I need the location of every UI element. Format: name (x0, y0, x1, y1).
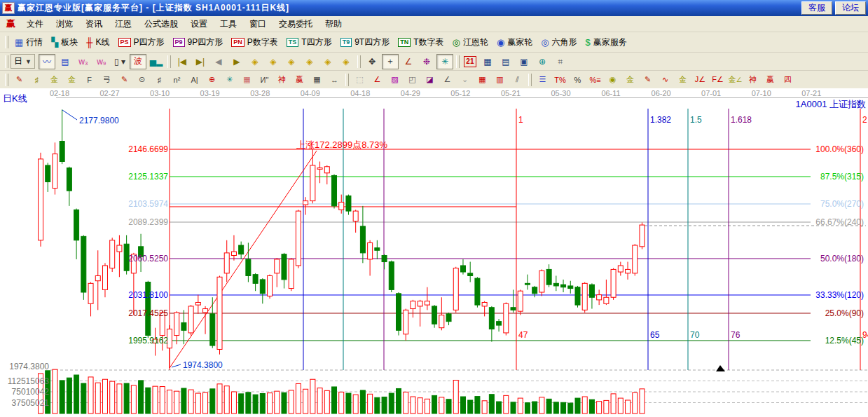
draw-cycle-clock[interactable]: ⊙ (134, 73, 150, 87)
draw-rect-box[interactable]: ⬚ (352, 73, 368, 87)
draw-corner-box[interactable]: ◰ (404, 73, 420, 87)
draw-ying[interactable]: 赢 (291, 73, 308, 87)
draw-bow-lines[interactable]: 弓 (99, 73, 115, 87)
angle-measure-tool[interactable]: ∠ (400, 54, 417, 69)
tool-waves[interactable]: ∿ (657, 73, 673, 87)
tool-ying-angle[interactable]: 赢 (762, 73, 778, 87)
network-time[interactable]: ⊕ (534, 54, 551, 69)
pan-tool[interactable]: ✥ (364, 54, 380, 69)
draw-knife[interactable]: ✎ (11, 73, 27, 87)
wave-3[interactable]: w₃ (75, 54, 92, 69)
customer-service-button[interactable]: 客服 (801, 1, 832, 15)
draw-n-quote[interactable]: И" (256, 73, 273, 87)
tool-f-angle[interactable]: F∠ (710, 73, 726, 87)
draw-dense-grid[interactable]: ▦ (309, 73, 325, 87)
draw-f-lines[interactable]: F (81, 73, 97, 87)
draw-red-grid-1[interactable]: ▦ (474, 73, 490, 87)
draw-grid-box[interactable]: ▦ (239, 73, 255, 87)
menu-item-trade-entrust[interactable]: 交易委托 (273, 17, 319, 32)
draw-fill-box[interactable]: ◪ (422, 73, 438, 87)
menu-item-news[interactable]: 资讯 (79, 17, 109, 32)
tool-shen-angle[interactable]: 神 (745, 73, 761, 87)
toolbar-button-gann-wheel[interactable]: ◎江恩轮 (448, 35, 492, 50)
tool-pen[interactable]: ✎ (640, 73, 656, 87)
system[interactable]: ⌗ (552, 54, 569, 69)
toolbar-button-winner-service[interactable]: $赢家服务 (581, 35, 631, 50)
expand-all[interactable]: ◈ (338, 54, 354, 69)
draw-red-grid-2[interactable]: ▥ (492, 73, 508, 87)
shift-left[interactable]: ◈ (247, 54, 263, 69)
tool-pct-drop[interactable]: T% (552, 73, 568, 87)
toolbar-button-hexagon[interactable]: ◎六角形 (537, 35, 581, 50)
calendar[interactable]: 21 (464, 56, 476, 67)
toolbar-button-9p-square[interactable]: P99P四方形 (169, 35, 228, 50)
expand-horizontal[interactable]: ◈ (283, 54, 300, 69)
toolbar-button-9t-square[interactable]: T99T四方形 (336, 35, 394, 50)
kline-chart-area[interactable]: 02-1802-2703-1003-1903-2804-0904-1804-29… (0, 88, 868, 417)
shift-right[interactable]: ◈ (265, 54, 282, 69)
draw-shen[interactable]: 神 (274, 73, 290, 87)
kline-chart-canvas[interactable]: 02-1802-2703-1003-1903-2804-0904-1804-29… (0, 88, 868, 417)
menu-item-tools[interactable]: 工具 (214, 17, 243, 32)
draw-gold-grid-1[interactable]: 金 (46, 73, 62, 87)
menu-item-help[interactable]: 帮助 (319, 17, 348, 32)
toolbar-button-quotes[interactable]: ▦行情 (11, 35, 47, 50)
draw-gold-grid-2[interactable]: 金 (64, 73, 80, 87)
draw-a-fold[interactable]: A| (186, 73, 202, 87)
menu-item-formula-stock-pick[interactable]: 公式选股 (138, 17, 184, 32)
candle-style[interactable]: ▯ ▾ (111, 54, 128, 69)
draw-ticks-2[interactable]: ♯ (151, 73, 167, 87)
compress-horizontal[interactable]: ◈ (301, 54, 318, 69)
tool-gold-angle[interactable]: 金 (675, 73, 691, 87)
tool-list[interactable]: ☰ (535, 73, 551, 87)
draw-n-squared[interactable]: n² (169, 73, 185, 87)
notepad[interactable]: ▤ (497, 54, 514, 69)
draw-hatch-box[interactable]: ▨ (387, 73, 403, 87)
tool-pct-line[interactable]: %≡ (587, 73, 603, 87)
last-page[interactable]: ▶| (192, 54, 209, 69)
smart-tool[interactable]: ✳ (436, 54, 453, 69)
draw-grid-ticks[interactable]: ♯ (29, 73, 45, 87)
draw-angle-2[interactable]: ∠ (439, 73, 455, 87)
next-bar[interactable]: ▶ (228, 54, 245, 69)
first-page[interactable]: |◀ (174, 54, 191, 69)
tool-gold-circle[interactable]: ◉ (605, 73, 621, 87)
wave-tool[interactable]: 波 (130, 54, 146, 69)
crosshair-tool[interactable]: ＋ (382, 54, 399, 69)
tool-gold-angle-2[interactable]: 金∠ (727, 73, 743, 87)
prev-bar[interactable]: ◀ (210, 54, 227, 69)
grape-tool[interactable]: ❉ (418, 54, 435, 69)
save[interactable]: ▣ (516, 54, 532, 69)
draw-circle-cross[interactable]: ⊕ (204, 73, 220, 87)
info-panel[interactable]: ▤ (57, 54, 74, 69)
compress-all[interactable]: ◈ (319, 54, 336, 69)
toolbar-button-p-number-table[interactable]: PNP数字表 (227, 35, 282, 50)
toolbar-button-winner-wheel[interactable]: ◉赢家轮 (492, 35, 537, 50)
forum-button[interactable]: 论坛 (835, 1, 866, 15)
draw-zigzag[interactable]: ⌄ (457, 73, 473, 87)
draw-snowflake[interactable]: ✳ (221, 73, 237, 87)
menu-item-gann[interactable]: 江恩 (109, 17, 138, 32)
draw-ray-fan[interactable]: ∠ (369, 73, 385, 87)
draw-knife-2[interactable]: ✎ (116, 73, 132, 87)
menu-item-file[interactable]: 文件 (20, 17, 50, 32)
tool-j-angle[interactable]: J∠ (692, 73, 708, 87)
toolbar-button-sectors[interactable]: ▚板块 (47, 35, 82, 50)
draw-h-arrows[interactable]: ↔ (326, 73, 343, 87)
menu-item-browse[interactable]: 浏览 (50, 17, 79, 32)
draw-parallel[interactable]: ⫽ (509, 73, 525, 87)
menu-item-settings[interactable]: 设置 (184, 17, 214, 32)
toolbar-button-t-number-table[interactable]: TNT数字表 (394, 35, 448, 50)
tool-percent[interactable]: % (570, 73, 586, 87)
tool-gold-line[interactable]: 金 (622, 73, 638, 87)
toolbar-button-t-square[interactable]: TST四方形 (282, 35, 336, 50)
histogram-tool[interactable]: ▅▂ (148, 54, 165, 69)
period-selector[interactable]: 日▼ (11, 54, 35, 69)
toolbar-button-kline[interactable]: ╫K线 (82, 35, 113, 50)
toolbar-button-p-square[interactable]: PSP四方形 (114, 35, 169, 50)
calculator[interactable]: ▦ (479, 54, 496, 69)
menu-item-window[interactable]: 窗口 (243, 17, 273, 32)
wave-9[interactable]: w₉ (93, 54, 110, 69)
chart-wave-mode[interactable]: 〰 (39, 54, 55, 69)
tool-four-angle[interactable]: 四 (780, 73, 796, 87)
